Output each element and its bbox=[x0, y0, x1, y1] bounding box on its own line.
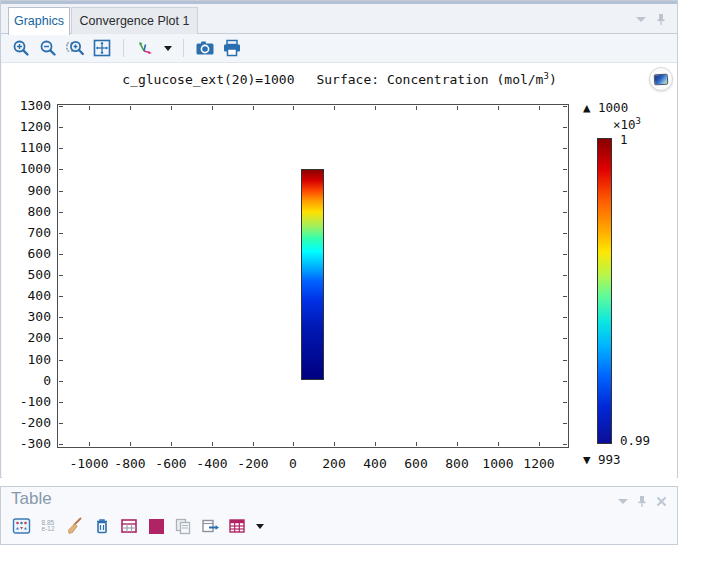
plot-title-expression: c_glucose_ext(20)=1000 bbox=[122, 72, 294, 87]
table-format-icon[interactable] bbox=[227, 516, 247, 536]
tab-convergence-plot-1[interactable]: Convergence Plot 1 bbox=[71, 7, 198, 34]
y-tick-mark bbox=[59, 275, 63, 276]
zoom-out-icon[interactable] bbox=[38, 38, 58, 58]
graphics-toolbar bbox=[1, 34, 677, 63]
y-tick-label: 0 bbox=[7, 373, 51, 388]
y-tick-mark bbox=[59, 191, 63, 192]
x-tick-mark bbox=[171, 442, 172, 446]
copy-table-icon[interactable] bbox=[173, 516, 193, 536]
plot-title-surface: Surface: Concentration (mol/m bbox=[316, 72, 543, 87]
y-tick-mark bbox=[59, 106, 63, 107]
y-tick-mark bbox=[563, 338, 567, 339]
image-snapshot-icon[interactable] bbox=[195, 38, 215, 58]
y-tick-label: 1200 bbox=[7, 119, 51, 134]
clear-table-icon[interactable] bbox=[65, 516, 85, 536]
table-window: Table 8.85e-12 bbox=[0, 486, 678, 545]
table-settings-icon[interactable] bbox=[119, 516, 139, 536]
colorbar-max-label: ▲ 1000 bbox=[583, 100, 628, 115]
panel-menu-chevron-icon[interactable] bbox=[636, 17, 646, 22]
x-tick-mark bbox=[375, 442, 376, 446]
y-tick-label: 500 bbox=[7, 267, 51, 282]
x-tick-mark bbox=[539, 442, 540, 446]
default-view-icon[interactable] bbox=[135, 38, 155, 58]
multiplier-exponent: 3 bbox=[636, 116, 641, 126]
y-tick-label: 200 bbox=[7, 330, 51, 345]
full-precision-icon[interactable] bbox=[11, 516, 31, 536]
min-triangle-icon: ▼ bbox=[583, 452, 591, 467]
close-icon[interactable] bbox=[656, 496, 667, 507]
concentration-surface bbox=[301, 169, 324, 380]
plot-title-paren: ) bbox=[549, 72, 557, 87]
y-tick-mark bbox=[563, 402, 567, 403]
y-tick-mark bbox=[59, 360, 63, 361]
x-tick-mark bbox=[171, 106, 172, 110]
zoom-extents-icon[interactable] bbox=[92, 38, 112, 58]
table-format-dropdown-icon[interactable] bbox=[256, 524, 264, 529]
x-tick-label: 1200 bbox=[509, 456, 569, 471]
y-tick-mark bbox=[563, 296, 567, 297]
toolbar-separator bbox=[183, 39, 184, 57]
y-tick-mark bbox=[563, 233, 567, 234]
min-value: 993 bbox=[598, 452, 621, 467]
x-tick-mark bbox=[457, 106, 458, 110]
pin-icon[interactable] bbox=[636, 495, 648, 508]
panel-menu-chevron-icon[interactable] bbox=[618, 499, 628, 504]
y-tick-mark bbox=[563, 127, 567, 128]
tab-bar: Graphics Convergence Plot 1 bbox=[1, 4, 677, 34]
x-tick-mark bbox=[212, 442, 213, 446]
default-view-dropdown-icon[interactable] bbox=[164, 46, 172, 51]
plot-snapshot-button[interactable] bbox=[649, 67, 673, 91]
zoom-box-icon[interactable] bbox=[65, 38, 85, 58]
colorbar-top-tick-label: 1 bbox=[620, 132, 628, 147]
tab-graphics[interactable]: Graphics bbox=[8, 7, 70, 35]
multiplier-base: ×10 bbox=[613, 117, 636, 132]
plot-canvas[interactable]: c_glucose_ext(20)=1000Surface: Concentra… bbox=[2, 63, 677, 478]
y-tick-mark bbox=[59, 296, 63, 297]
max-triangle-icon: ▲ bbox=[583, 100, 591, 115]
y-tick-mark bbox=[563, 254, 567, 255]
zoom-in-icon[interactable] bbox=[11, 38, 31, 58]
y-tick-mark bbox=[563, 275, 567, 276]
y-tick-label: 900 bbox=[7, 183, 51, 198]
x-tick-mark bbox=[89, 106, 90, 110]
y-tick-label: 400 bbox=[7, 288, 51, 303]
y-tick-mark bbox=[59, 338, 63, 339]
graphics-window-controls bbox=[636, 13, 667, 26]
y-tick-label: 800 bbox=[7, 204, 51, 219]
y-tick-mark bbox=[563, 360, 567, 361]
colorbar-multiplier: ×103 bbox=[613, 116, 641, 132]
y-tick-label: 100 bbox=[7, 352, 51, 367]
y-tick-mark bbox=[59, 254, 63, 255]
y-tick-mark bbox=[59, 444, 63, 445]
toolbar-separator bbox=[123, 39, 124, 57]
x-tick-mark bbox=[253, 442, 254, 446]
y-tick-label: -200 bbox=[7, 415, 51, 430]
y-tick-mark bbox=[563, 444, 567, 445]
scientific-notation-icon[interactable]: 8.85e-12 bbox=[38, 516, 58, 536]
export-table-icon[interactable] bbox=[200, 516, 220, 536]
snapshot-thumbnail-icon bbox=[654, 73, 669, 85]
x-tick-mark bbox=[293, 106, 294, 110]
x-tick-mark bbox=[375, 106, 376, 110]
color-swatch-icon[interactable] bbox=[146, 516, 166, 536]
precision-bottom-text: e-12 bbox=[41, 525, 54, 532]
y-tick-label: 1000 bbox=[7, 161, 51, 176]
y-tick-mark bbox=[563, 148, 567, 149]
x-tick-mark bbox=[130, 106, 131, 110]
y-tick-mark bbox=[59, 317, 63, 318]
y-tick-label: 1300 bbox=[7, 98, 51, 113]
y-tick-mark bbox=[59, 169, 63, 170]
graphics-window: Graphics Convergence Plot 1 bbox=[0, 0, 678, 478]
max-value: 1000 bbox=[598, 100, 628, 115]
y-tick-label: 300 bbox=[7, 309, 51, 324]
x-tick-mark bbox=[416, 442, 417, 446]
pin-icon[interactable] bbox=[655, 13, 667, 26]
x-tick-mark bbox=[416, 106, 417, 110]
x-tick-mark bbox=[334, 442, 335, 446]
delete-table-icon[interactable] bbox=[92, 516, 112, 536]
table-panel-title: Table bbox=[11, 489, 52, 509]
y-tick-label: 700 bbox=[7, 225, 51, 240]
print-icon[interactable] bbox=[222, 38, 242, 58]
y-tick-mark bbox=[563, 423, 567, 424]
x-tick-mark bbox=[498, 442, 499, 446]
